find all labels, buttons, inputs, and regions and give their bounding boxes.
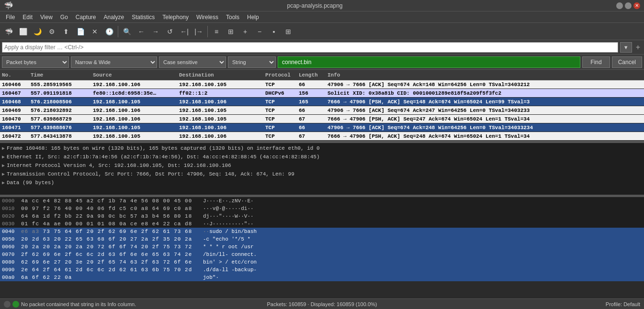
search-narrow-wide-dropdown[interactable]: Narrow & Wide xyxy=(71,56,157,68)
menu-telephony[interactable]: Telephony xyxy=(158,13,192,22)
detail-row[interactable]: ▶Frame 160468: 165 bytes on wire (1320 b… xyxy=(0,144,644,153)
toolbar-search-btn[interactable]: 🔍 xyxy=(120,25,134,38)
menu-capture[interactable]: Capture xyxy=(72,13,100,22)
cancel-button[interactable]: Cancel xyxy=(612,56,642,68)
cell-time: 555.285919565 xyxy=(29,82,91,88)
toolbar-upload-btn[interactable]: ⬆ xyxy=(59,25,73,38)
hex-offset: 0020 xyxy=(2,213,21,219)
search-case-dropdown[interactable]: Case sensitive xyxy=(159,56,226,68)
filter-add-button[interactable]: + xyxy=(634,43,642,52)
filter-arrow-button[interactable]: ▼ xyxy=(620,42,632,53)
hex-row[interactable]: 0020 64 6a 1d f2 bb 22 9a 98 0c bc 57 a3… xyxy=(0,212,644,220)
detail-row[interactable]: ▶Data (99 bytes) xyxy=(0,178,644,187)
hex-ascii: .d/da-ll -backup- xyxy=(203,267,257,273)
toolbar-open-btn[interactable]: ⬜ xyxy=(16,25,30,38)
hex-row[interactable]: 0090 2e 64 2f 64 61 2d 6c 6c 2d 62 61 63… xyxy=(0,266,644,274)
toolbar-minus-btn[interactable]: − xyxy=(253,25,266,38)
menu-help[interactable]: Help xyxy=(243,13,263,22)
statusbar-right: Profile: Default xyxy=(428,301,640,307)
toolbar-square-btn[interactable]: ▪ xyxy=(267,25,281,38)
cell-no: 160470 xyxy=(0,116,29,122)
menu-tools[interactable]: Tools xyxy=(222,13,243,22)
cell-info: 47906 → 7666 [ACK] Seq=674 Ack=247 Win=6… xyxy=(326,108,644,113)
toolbar-file-btn[interactable]: 📄 xyxy=(74,25,87,38)
cell-info: 47906 → 7666 [ACK] Seq=674 Ack=248 Win=6… xyxy=(326,125,644,131)
hex-row[interactable]: 0010 00 97 f2 76 40 00 40 06 fd c5 c0 a8… xyxy=(0,205,644,212)
hex-bytes: 6a 6f 62 22 0a xyxy=(21,275,203,280)
toolbar-sep1 xyxy=(118,26,118,37)
table-row[interactable]: 160471 577.639888676 192.168.100.105 192… xyxy=(0,123,644,132)
toolbar-save-btn[interactable]: 🌙 xyxy=(31,25,44,38)
find-button[interactable]: Find xyxy=(582,56,610,68)
toolbar-fwd-btn[interactable]: → xyxy=(149,25,162,38)
cell-no: 160467 xyxy=(0,90,29,96)
table-row[interactable]: 160468 576.218008506 192.168.100.105 192… xyxy=(0,98,644,106)
hex-offset: 0090 xyxy=(2,267,21,273)
cell-no: 160472 xyxy=(0,133,29,139)
cell-len: 67 xyxy=(297,133,326,139)
toolbar-reload-btn[interactable]: ↺ xyxy=(163,25,177,38)
expand-arrow-icon: ▶ xyxy=(2,154,5,160)
menu-statistics[interactable]: Statistics xyxy=(128,13,158,22)
search-field-dropdown[interactable]: Packet bytes xyxy=(2,56,69,68)
search-type-dropdown[interactable]: String xyxy=(228,56,276,68)
toolbar-prev-btn[interactable]: ←| xyxy=(178,25,191,38)
hex-offset: 0040 xyxy=(2,229,21,234)
hex-offset: 0000 xyxy=(2,198,21,204)
menu-wireless[interactable]: Wireless xyxy=(192,13,222,22)
hex-ascii: bin' > / etc/cron xyxy=(203,259,257,265)
close-button[interactable]: ✕ xyxy=(633,2,640,9)
table-row[interactable]: 160469 576.218032892 192.168.100.106 192… xyxy=(0,106,644,115)
detail-row[interactable]: ▶Internet Protocol Version 4, Src: 192.1… xyxy=(0,161,644,170)
toolbar-close-btn[interactable]: ✕ xyxy=(88,25,102,38)
hex-bytes: 00 97 f2 76 40 00 40 06 fd c5 c0 a8 64 6… xyxy=(21,206,203,211)
display-filter-input[interactable] xyxy=(2,42,618,53)
toolbar-settings-btn[interactable]: ⚙ xyxy=(45,25,58,38)
hex-offset: 0030 xyxy=(2,221,21,227)
menu-go[interactable]: Go xyxy=(56,13,72,22)
hex-row[interactable]: 0000 4a cc e4 82 88 45 a2 cf 1b 7a 4e 56… xyxy=(0,197,644,205)
hex-row[interactable]: 0040 e6 a3 73 75 64 6f 20 2f 62 69 6e 2f… xyxy=(0,228,644,235)
toolbar-next-btn[interactable]: |→ xyxy=(192,25,205,38)
maximize-button[interactable] xyxy=(625,2,632,9)
menu-file[interactable]: File xyxy=(2,13,19,22)
table-row[interactable]: 160470 577.639868729 192.168.100.106 192… xyxy=(0,115,644,123)
detail-row[interactable]: ▶Transmission Control Protocol, Src Port… xyxy=(0,170,644,178)
toolbar-list-btn[interactable]: ≡ xyxy=(210,25,223,38)
table-row[interactable]: 160472 577.843413878 192.168.100.105 192… xyxy=(0,132,644,141)
cell-info: 7666 → 47906 [PSH, ACK] Seq=248 Ack=674 … xyxy=(326,133,644,139)
cell-src: 192.168.100.105 xyxy=(91,99,177,105)
hex-row[interactable]: 00a0 6a 6f 62 22 0a job"· xyxy=(0,274,644,281)
table-row[interactable]: 160466 555.285919565 192.168.100.106 192… xyxy=(0,80,644,89)
menu-analyze[interactable]: Analyze xyxy=(100,13,128,22)
minimize-button[interactable] xyxy=(616,2,623,9)
hex-row[interactable]: 0060 20 2a 20 2a 20 2a 20 72 6f 6f 74 20… xyxy=(0,243,644,251)
cell-dst: 192.168.100.106 xyxy=(177,133,263,139)
hex-row[interactable]: 0030 01 fc 4a ae 00 00 01 01 08 0a ce e8… xyxy=(0,220,644,228)
toolbar-grid-btn[interactable]: ⊞ xyxy=(282,25,295,38)
status-icon-2 xyxy=(12,301,19,308)
cell-src: 192.168.100.106 xyxy=(91,108,177,113)
hex-row[interactable]: 0080 62 69 6e 27 20 3e 20 2f 65 74 63 2f… xyxy=(0,258,644,266)
toolbar-add-btn[interactable]: + xyxy=(238,25,252,38)
cell-time: 577.639888676 xyxy=(29,125,91,131)
hex-rows: 0000 4a cc e4 82 88 45 a2 cf 1b 7a 4e 56… xyxy=(0,197,644,281)
window-title: pcap-analysis.pcapng xyxy=(13,2,616,9)
menu-view[interactable]: View xyxy=(36,13,56,22)
detail-row[interactable]: ▶Ethernet II, Src: a2:cf:1b:7a:4e:56 (a2… xyxy=(0,153,644,161)
toolbar-shark-btn[interactable]: 🦈 xyxy=(2,25,15,38)
status-message: No packet contained that string in its I… xyxy=(21,301,136,307)
hex-row[interactable]: 0070 2f 62 69 6e 2f 6c 6c 2d 63 6f 6e 6e… xyxy=(0,251,644,258)
col-header-dst: Destination xyxy=(177,72,263,78)
toolbar-clock-btn[interactable]: 🕐 xyxy=(102,25,116,38)
statusbar-mid: Packets: 160859 · Displayed: 160859 (100… xyxy=(216,301,428,307)
toolbar-expand-btn[interactable]: ⊞ xyxy=(224,25,237,38)
menu-edit[interactable]: Edit xyxy=(19,13,36,22)
col-header-len: Length xyxy=(297,72,326,78)
hex-row[interactable]: 0050 20 2d 63 20 22 65 63 68 6f 20 27 2a… xyxy=(0,235,644,243)
search-input[interactable] xyxy=(278,56,580,68)
table-row[interactable]: 160467 557.091191818 fe80::1c8d:6958:35e… xyxy=(0,89,644,98)
hex-dump: 0000 4a cc e4 82 88 45 a2 cf 1b 7a 4e 56… xyxy=(0,196,644,281)
toolbar-back-btn[interactable]: ← xyxy=(135,25,148,38)
cell-len: 165 xyxy=(297,99,326,105)
